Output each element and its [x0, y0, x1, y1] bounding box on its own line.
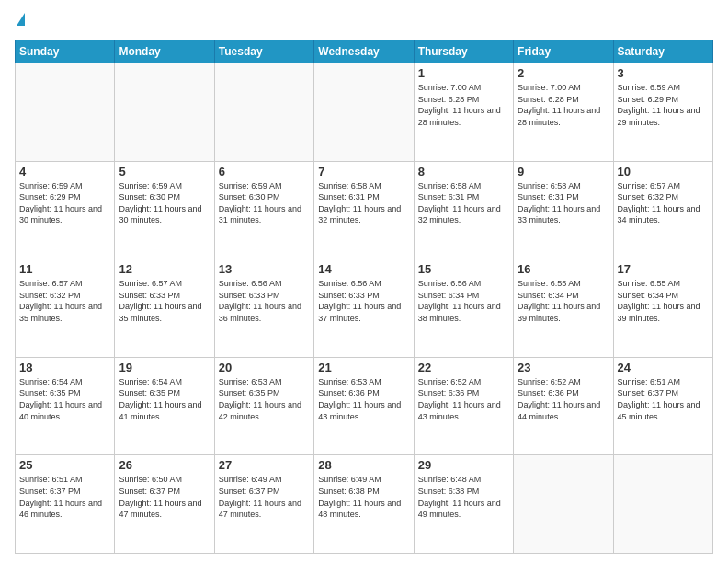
- day-info: Sunrise: 6:57 AM Sunset: 6:33 PM Dayligh…: [119, 278, 210, 324]
- day-info: Sunrise: 6:53 AM Sunset: 6:35 PM Dayligh…: [219, 376, 310, 422]
- header-wednesday: Wednesday: [314, 40, 414, 63]
- calendar-cell: 15Sunrise: 6:56 AM Sunset: 6:34 PM Dayli…: [414, 259, 513, 358]
- day-number: 19: [119, 361, 210, 374]
- day-info: Sunrise: 6:59 AM Sunset: 6:30 PM Dayligh…: [119, 180, 210, 226]
- day-info: Sunrise: 6:54 AM Sunset: 6:35 PM Dayligh…: [19, 376, 110, 422]
- header-monday: Monday: [115, 40, 214, 63]
- day-number: 23: [518, 361, 609, 374]
- calendar-cell: [214, 63, 313, 162]
- page: Sunday Monday Tuesday Wednesday Thursday…: [0, 0, 728, 563]
- calendar-cell: 12Sunrise: 6:57 AM Sunset: 6:33 PM Dayli…: [115, 259, 214, 358]
- day-info: Sunrise: 6:50 AM Sunset: 6:37 PM Dayligh…: [119, 474, 210, 520]
- calendar-week-3: 18Sunrise: 6:54 AM Sunset: 6:35 PM Dayli…: [16, 357, 713, 455]
- header-saturday: Saturday: [613, 40, 712, 63]
- calendar-cell: 16Sunrise: 6:55 AM Sunset: 6:34 PM Dayli…: [514, 259, 613, 358]
- day-info: Sunrise: 6:51 AM Sunset: 6:37 PM Dayligh…: [19, 474, 110, 520]
- day-info: Sunrise: 6:58 AM Sunset: 6:31 PM Dayligh…: [318, 180, 409, 226]
- calendar-cell: 26Sunrise: 6:50 AM Sunset: 6:37 PM Dayli…: [115, 455, 214, 554]
- header-thursday: Thursday: [414, 40, 513, 63]
- calendar-cell: 22Sunrise: 6:52 AM Sunset: 6:36 PM Dayli…: [414, 357, 513, 455]
- day-number: 13: [219, 262, 310, 276]
- calendar-cell: 28Sunrise: 6:49 AM Sunset: 6:38 PM Dayli…: [314, 455, 414, 554]
- day-info: Sunrise: 7:00 AM Sunset: 6:28 PM Dayligh…: [518, 82, 609, 128]
- day-info: Sunrise: 6:57 AM Sunset: 6:32 PM Dayligh…: [19, 278, 110, 324]
- day-info: Sunrise: 6:56 AM Sunset: 6:33 PM Dayligh…: [318, 278, 409, 324]
- day-number: 11: [19, 262, 110, 276]
- logo: [15, 11, 25, 32]
- day-info: Sunrise: 6:49 AM Sunset: 6:37 PM Dayligh…: [219, 474, 310, 520]
- calendar-cell: 23Sunrise: 6:52 AM Sunset: 6:36 PM Dayli…: [514, 357, 613, 455]
- calendar-cell: 3Sunrise: 6:59 AM Sunset: 6:29 PM Daylig…: [613, 63, 712, 162]
- day-number: 22: [418, 361, 509, 374]
- day-number: 27: [219, 458, 310, 472]
- calendar-cell: [314, 63, 414, 162]
- day-info: Sunrise: 6:51 AM Sunset: 6:37 PM Dayligh…: [618, 376, 709, 422]
- day-number: 2: [518, 66, 609, 80]
- calendar-cell: 6Sunrise: 6:59 AM Sunset: 6:30 PM Daylig…: [214, 161, 313, 259]
- day-number: 12: [119, 262, 210, 276]
- day-number: 28: [318, 458, 409, 472]
- day-number: 6: [219, 165, 310, 178]
- header-friday: Friday: [514, 40, 613, 63]
- calendar-cell: 11Sunrise: 6:57 AM Sunset: 6:32 PM Dayli…: [16, 259, 115, 358]
- day-info: Sunrise: 6:57 AM Sunset: 6:32 PM Dayligh…: [618, 180, 709, 226]
- day-number: 8: [418, 165, 509, 178]
- day-info: Sunrise: 7:00 AM Sunset: 6:28 PM Dayligh…: [418, 82, 509, 128]
- day-number: 16: [518, 262, 609, 276]
- calendar-cell: 5Sunrise: 6:59 AM Sunset: 6:30 PM Daylig…: [115, 161, 214, 259]
- day-info: Sunrise: 6:52 AM Sunset: 6:36 PM Dayligh…: [518, 376, 609, 422]
- day-number: 18: [19, 361, 110, 374]
- calendar-cell: 13Sunrise: 6:56 AM Sunset: 6:33 PM Dayli…: [214, 259, 313, 358]
- day-number: 4: [19, 165, 110, 178]
- calendar-week-1: 4Sunrise: 6:59 AM Sunset: 6:29 PM Daylig…: [16, 161, 713, 259]
- calendar-cell: 20Sunrise: 6:53 AM Sunset: 6:35 PM Dayli…: [214, 357, 313, 455]
- day-info: Sunrise: 6:58 AM Sunset: 6:31 PM Dayligh…: [518, 180, 609, 226]
- day-info: Sunrise: 6:59 AM Sunset: 6:30 PM Dayligh…: [219, 180, 310, 226]
- day-number: 9: [518, 165, 609, 178]
- day-number: 3: [618, 66, 709, 80]
- calendar-cell: 4Sunrise: 6:59 AM Sunset: 6:29 PM Daylig…: [16, 161, 115, 259]
- day-info: Sunrise: 6:56 AM Sunset: 6:34 PM Dayligh…: [418, 278, 509, 324]
- calendar-cell: 21Sunrise: 6:53 AM Sunset: 6:36 PM Dayli…: [314, 357, 414, 455]
- logo-arrow-icon: [17, 13, 25, 26]
- day-number: 1: [418, 66, 509, 80]
- day-number: 14: [318, 262, 409, 276]
- calendar-cell: 8Sunrise: 6:58 AM Sunset: 6:31 PM Daylig…: [414, 161, 513, 259]
- calendar-cell: 29Sunrise: 6:48 AM Sunset: 6:38 PM Dayli…: [414, 455, 513, 554]
- weekday-row: Sunday Monday Tuesday Wednesday Thursday…: [16, 40, 713, 63]
- calendar-header: Sunday Monday Tuesday Wednesday Thursday…: [16, 40, 713, 63]
- calendar-cell: [16, 63, 115, 162]
- day-number: 15: [418, 262, 509, 276]
- calendar-cell: 27Sunrise: 6:49 AM Sunset: 6:37 PM Dayli…: [214, 455, 313, 554]
- calendar-table: Sunday Monday Tuesday Wednesday Thursday…: [15, 40, 713, 554]
- day-number: 20: [219, 361, 310, 374]
- day-info: Sunrise: 6:56 AM Sunset: 6:33 PM Dayligh…: [219, 278, 310, 324]
- day-number: 21: [318, 361, 409, 374]
- calendar-cell: 7Sunrise: 6:58 AM Sunset: 6:31 PM Daylig…: [314, 161, 414, 259]
- day-info: Sunrise: 6:54 AM Sunset: 6:35 PM Dayligh…: [119, 376, 210, 422]
- day-info: Sunrise: 6:52 AM Sunset: 6:36 PM Dayligh…: [418, 376, 509, 422]
- day-info: Sunrise: 6:55 AM Sunset: 6:34 PM Dayligh…: [618, 278, 709, 324]
- calendar-cell: 24Sunrise: 6:51 AM Sunset: 6:37 PM Dayli…: [613, 357, 712, 455]
- calendar-cell: [115, 63, 214, 162]
- calendar-cell: 18Sunrise: 6:54 AM Sunset: 6:35 PM Dayli…: [16, 357, 115, 455]
- day-info: Sunrise: 6:48 AM Sunset: 6:38 PM Dayligh…: [418, 474, 509, 520]
- calendar-week-4: 25Sunrise: 6:51 AM Sunset: 6:37 PM Dayli…: [16, 455, 713, 554]
- calendar-cell: 2Sunrise: 7:00 AM Sunset: 6:28 PM Daylig…: [514, 63, 613, 162]
- day-number: 17: [618, 262, 709, 276]
- calendar-cell: 14Sunrise: 6:56 AM Sunset: 6:33 PM Dayli…: [314, 259, 414, 358]
- day-info: Sunrise: 6:55 AM Sunset: 6:34 PM Dayligh…: [518, 278, 609, 324]
- day-number: 7: [318, 165, 409, 178]
- day-number: 25: [19, 458, 110, 472]
- calendar-cell: [613, 455, 712, 554]
- day-info: Sunrise: 6:49 AM Sunset: 6:38 PM Dayligh…: [318, 474, 409, 520]
- header-tuesday: Tuesday: [214, 40, 313, 63]
- calendar-cell: [514, 455, 613, 554]
- day-number: 26: [119, 458, 210, 472]
- calendar-cell: 9Sunrise: 6:58 AM Sunset: 6:31 PM Daylig…: [514, 161, 613, 259]
- day-info: Sunrise: 6:58 AM Sunset: 6:31 PM Dayligh…: [418, 180, 509, 226]
- calendar-week-2: 11Sunrise: 6:57 AM Sunset: 6:32 PM Dayli…: [16, 259, 713, 358]
- calendar-cell: 1Sunrise: 7:00 AM Sunset: 6:28 PM Daylig…: [414, 63, 513, 162]
- header-sunday: Sunday: [16, 40, 115, 63]
- calendar-cell: 25Sunrise: 6:51 AM Sunset: 6:37 PM Dayli…: [16, 455, 115, 554]
